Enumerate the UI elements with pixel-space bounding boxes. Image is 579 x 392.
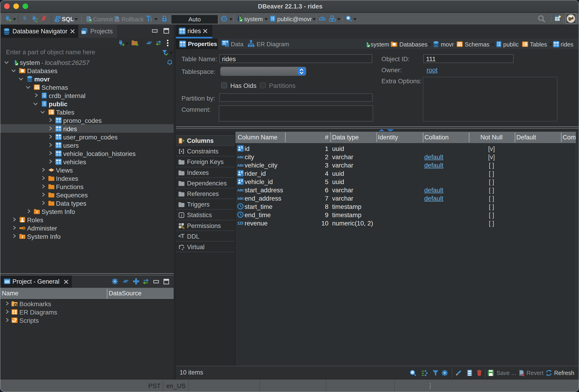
svg-text:i: i <box>181 213 182 218</box>
svg-text:ABC: ABC <box>237 196 244 200</box>
svg-text:ABC: ABC <box>237 163 244 167</box>
svg-text:ABC: ABC <box>237 155 244 159</box>
svg-text:i: i <box>22 234 23 239</box>
svg-text:i: i <box>36 210 38 214</box>
svg-text:123: 123 <box>237 221 243 225</box>
svg-text:ABC: ABC <box>237 188 244 192</box>
svg-text:<>: <> <box>225 44 229 48</box>
